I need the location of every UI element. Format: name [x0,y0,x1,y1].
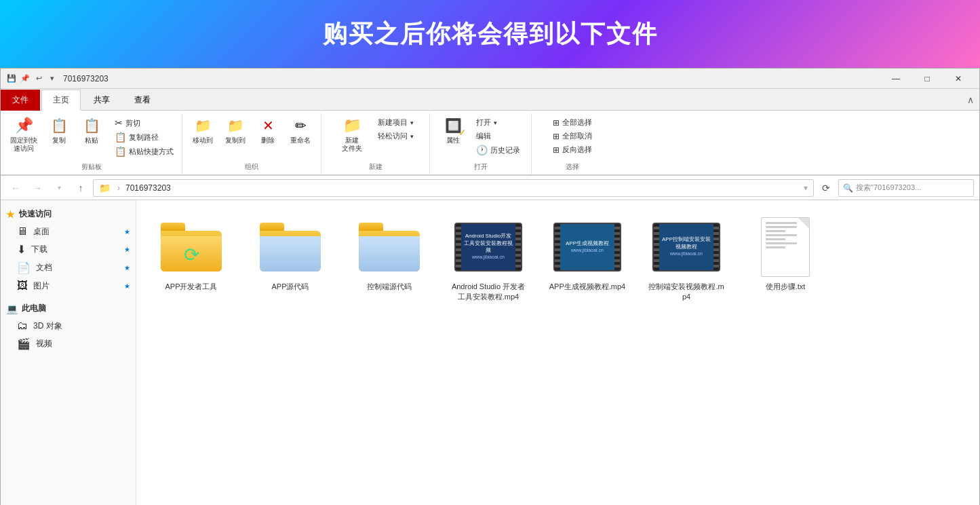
quick-access-pin-icon[interactable]: 📌 [20,73,31,84]
file-item-app-source[interactable]: APP源代码 [246,211,334,308]
address-bar: ← → ▾ ↑ 📁 › 7016973203 ▾ ⟳ 🔍 搜索"70169732… [1,176,979,200]
rename-label: 重命名 [290,136,311,145]
paste-shortcut-button[interactable]: 📋 粘贴快捷方式 [112,145,176,158]
tab-share[interactable]: 共享 [82,90,121,111]
open-button[interactable]: 打开 ▾ [473,116,523,129]
ribbon-tabs: 文件 主页 共享 查看 [1,89,979,111]
invert-selection-button[interactable]: ⊞ 反向选择 [550,143,595,156]
clipboard-content: 📌 固定到快速访问 📋 复制 📋 粘贴 ✂ 剪切 [6,113,176,161]
paste-label: 粘贴 [85,136,98,145]
new-small-group: 新建项目 ▾ 轻松访问 ▾ [375,113,416,143]
file-item-control-install-video[interactable]: APP控制端安装安装视频教程www.jibiaoai.cn 控制端安装视频教程.… [642,211,730,308]
open-content: 🔲 ✓ 属性 打开 ▾ 编辑 🕐 历史记录 [438,113,523,161]
history-button[interactable]: 🕐 历史记录 [473,143,523,157]
file-item-app-gen-video[interactable]: APP生成视频教程www.jibiaoai.cn APP生成视频教程.mp4 [543,211,631,308]
new-folder-icon: 📁 [341,115,363,136]
organize-label: 组织 [245,161,258,174]
open-small-group: 打开 ▾ 编辑 🕐 历史记录 [473,113,523,157]
maximize-button[interactable]: □ [912,69,943,89]
film-strip-left-2 [555,224,560,270]
move-label: 移动到 [193,136,213,145]
file-item-txt[interactable]: 使用步骤.txt [741,211,829,308]
quick-access-save-icon[interactable]: 💾 [6,73,17,84]
refresh-button[interactable]: ⟳ [817,179,836,198]
video-thumb-text: Android Studio开发工具安装安装教程视频www.jibiaoai.c… [456,224,521,270]
edit-button[interactable]: 编辑 [473,130,523,143]
videos-label: 视频 [36,338,52,350]
file-item-control-source[interactable]: 控制端源代码 [345,211,433,308]
dropdown-icon[interactable]: ▾ [47,73,58,84]
tab-file[interactable]: 文件 [1,90,40,111]
pc-icon: 💻 [6,303,18,314]
history-icon: 🕐 [476,145,488,155]
sidebar-item-videos[interactable]: 🎬 视频 [1,335,136,353]
file-item-app-dev-tools[interactable]: ⟳ APP开发者工具 [147,211,235,308]
new-label: 新建 [369,161,383,174]
title-bar-icons: 💾 📌 ↩ ▾ [6,73,58,84]
search-icon: 🔍 [843,183,853,193]
select-none-button[interactable]: ⊞ 全部取消 [550,130,595,143]
invert-label: 反向选择 [562,145,592,155]
easy-access-button[interactable]: 轻松访问 ▾ [375,130,416,143]
copy-to-button[interactable]: 📁 复制到 [220,113,250,146]
rename-button[interactable]: ✏ 重命名 [286,113,315,146]
tab-home[interactable]: 主页 [41,90,81,111]
close-button[interactable]: ✕ [943,69,974,89]
search-box[interactable]: 🔍 搜索"7016973203... [838,179,974,197]
folder-icon-control [359,223,420,272]
minimize-button[interactable]: — [880,69,912,89]
folder-front-3 [359,236,420,272]
select-none-label: 全部取消 [562,131,592,141]
copy-path-button[interactable]: 📋 复制路径 [112,130,176,144]
sidebar-item-3d-objects[interactable]: 🗂 3D 对象 [1,317,136,335]
back-button[interactable]: ← [6,179,25,198]
sidebar-item-pictures[interactable]: 🖼 图片 ★ [1,277,136,295]
paste-icon: 📋 [81,115,102,136]
new-item-button[interactable]: 新建项目 ▾ [375,116,416,129]
address-dropdown-icon[interactable]: ▾ [804,183,808,193]
move-to-button[interactable]: 📁 移动到 [188,113,218,146]
edit-label: 编辑 [476,131,491,141]
sidebar-item-documents[interactable]: 📄 文档 ★ [1,259,136,277]
easy-access-label: 轻松访问 [378,131,408,141]
documents-label: 文档 [36,262,52,274]
file-item-android-studio-video[interactable]: Android Studio开发工具安装安装教程视频www.jibiaoai.c… [444,211,532,308]
ribbon-collapse-icon[interactable]: ∧ [962,92,979,108]
properties-button[interactable]: 🔲 ✓ 属性 [438,113,468,146]
copy-button[interactable]: 📋 复制 [44,113,74,146]
control-source-name: 控制端源代码 [367,282,412,292]
title-bar: 💾 📌 ↩ ▾ 7016973203 — □ ✕ [1,69,979,89]
history-label: 历史记录 [490,145,520,155]
control-install-video-thumb: APP控制端安装安装视频教程www.jibiaoai.cn [652,223,720,272]
undo-icon[interactable]: ↩ [33,73,44,84]
android-studio-video-thumb: Android Studio开发工具安装安装教程视频www.jibiaoai.c… [454,223,522,272]
txt-line-2 [766,226,797,228]
banner-title: 购买之后你将会得到以下文件 [323,18,658,51]
ribbon-group-new: 📁 新建文件夹 新建项目 ▾ 轻松访问 ▾ 新建 [321,113,430,174]
pin-to-quick-access-button[interactable]: 📌 固定到快速访问 [6,113,41,154]
txt-line-1 [766,222,797,224]
new-folder-button[interactable]: 📁 新建文件夹 [334,113,370,154]
cut-button[interactable]: ✂ 剪切 [112,116,176,130]
new-content: 📁 新建文件夹 新建项目 ▾ 轻松访问 ▾ [334,113,416,161]
folder-icon-app-source [260,223,321,272]
txt-corner [798,218,809,229]
copy-icon: 📋 [48,115,70,136]
address-path[interactable]: 📁 › 7016973203 ▾ [93,179,814,197]
banner: 购买之后你将会得到以下文件 [0,0,980,68]
paste-button[interactable]: 📋 粘贴 [77,113,106,146]
properties-label: 属性 [446,136,460,145]
scissors-icon: ✂ [115,117,123,128]
pictures-label: 图片 [33,280,50,292]
select-all-button[interactable]: ⊞ 全部选择 [550,116,595,129]
nav-dropdown-button[interactable]: ▾ [50,179,68,198]
sidebar-item-desktop[interactable]: 🖥 桌面 ★ [1,223,136,240]
pictures-icon: 🖼 [17,280,28,292]
delete-button[interactable]: ✕ 删除 [253,113,283,146]
desktop-icon: 🖥 [17,225,28,238]
this-pc-header: 💻 此电脑 [1,300,136,317]
sidebar-item-downloads[interactable]: ⬇ 下载 ★ [1,240,136,259]
tab-view[interactable]: 查看 [123,90,162,111]
up-button[interactable]: ↑ [71,179,90,198]
forward-button[interactable]: → [28,179,47,198]
